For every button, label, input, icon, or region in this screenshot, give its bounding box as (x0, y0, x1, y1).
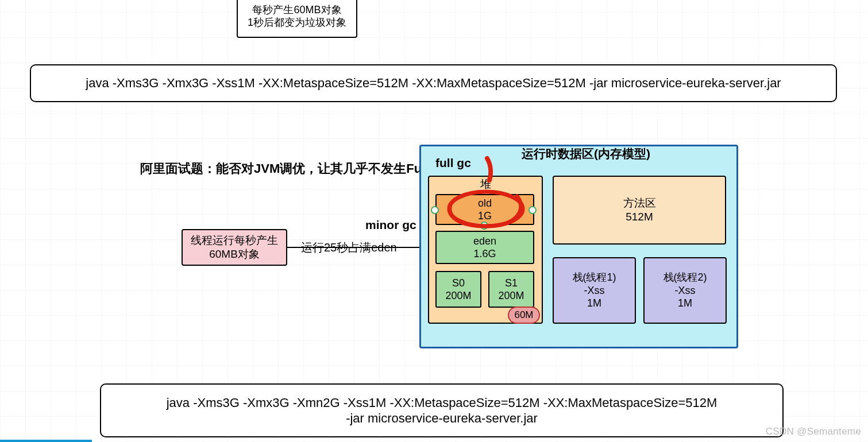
s0-name: S0 (452, 277, 465, 290)
stack2-opt: -Xss (675, 284, 696, 297)
stack1-name: 栈(线程1) (573, 271, 616, 284)
survivor0-box: S0 200M (435, 271, 481, 308)
s1-name: S1 (505, 277, 518, 290)
thread-alloc-box: 线程运行每秒产生 60MB对象 (182, 229, 287, 266)
sixty-m-pill: 60M (508, 307, 540, 324)
eden-box: eden 1.6G (435, 231, 534, 264)
thread-alloc-l2: 60MB对象 (209, 247, 260, 261)
selection-handle-icon[interactable] (480, 222, 488, 230)
jvm-command-before: java -Xms3G -Xmx3G -Xss1M -XX:MetaspaceS… (30, 64, 837, 102)
interview-question: 阿里面试题：能否对JVM调优，让其几乎不发生Full GC (140, 160, 451, 177)
minor-gc-label: minor gc (365, 218, 416, 232)
full-gc-label: full gc (435, 156, 471, 170)
stack2-size: 1M (678, 297, 692, 310)
s0-size: 200M (445, 289, 471, 303)
method-size: 512M (626, 210, 653, 224)
heap-title: 堆 (480, 177, 491, 192)
survivor1-box: S1 200M (488, 271, 534, 308)
stack2-name: 栈(线程2) (663, 271, 707, 284)
alloc-rate-line1: 每秒产生60MB对象 (252, 3, 341, 17)
old-gen-size: 1G (478, 210, 492, 223)
alloc-rate-line2: 1秒后都变为垃圾对象 (248, 16, 346, 29)
eden-name: eden (473, 235, 496, 248)
old-gen-box[interactable]: old 1G (435, 194, 534, 225)
progress-bar (0, 440, 92, 442)
selection-handle-icon[interactable] (431, 206, 439, 214)
s1-size: 200M (498, 289, 524, 303)
method-area-box: 方法区 512M (553, 176, 726, 245)
thread-alloc-l1: 线程运行每秒产生 (191, 234, 278, 247)
stack1-opt: -Xss (584, 284, 605, 297)
runtime-title: 运行时数据区(内存模型) (522, 146, 650, 162)
watermark: CSDN @Semanteme (766, 426, 861, 437)
method-name: 方法区 (623, 196, 656, 210)
jvm-command-before-text: java -Xms3G -Xmx3G -Xss1M -XX:MetaspaceS… (86, 75, 781, 91)
eden-size: 1.6G (473, 247, 496, 261)
jvm-command-after: java -Xms3G -Xmx3G -Xmn2G -Xss1M -XX:Met… (100, 383, 784, 437)
sixty-m-text: 60M (514, 309, 533, 321)
stack-thread1-box: 栈(线程1) -Xss 1M (553, 257, 636, 324)
stack-thread2-box: 栈(线程2) -Xss 1M (643, 257, 727, 324)
alloc-rate-box: 每秒产生60MB对象 1秒后都变为垃圾对象 (237, 0, 357, 38)
jvm-command-after-line2: -jar microservice-eureka-server.jar (346, 410, 538, 427)
stack1-size: 1M (587, 297, 601, 310)
jvm-command-after-line1: java -Xms3G -Xmx3G -Xmn2G -Xss1M -XX:Met… (167, 395, 717, 411)
selection-handle-icon[interactable] (528, 206, 537, 214)
old-gen-name: old (478, 197, 492, 210)
arrow-label: 运行25秒占满eden (301, 240, 397, 255)
